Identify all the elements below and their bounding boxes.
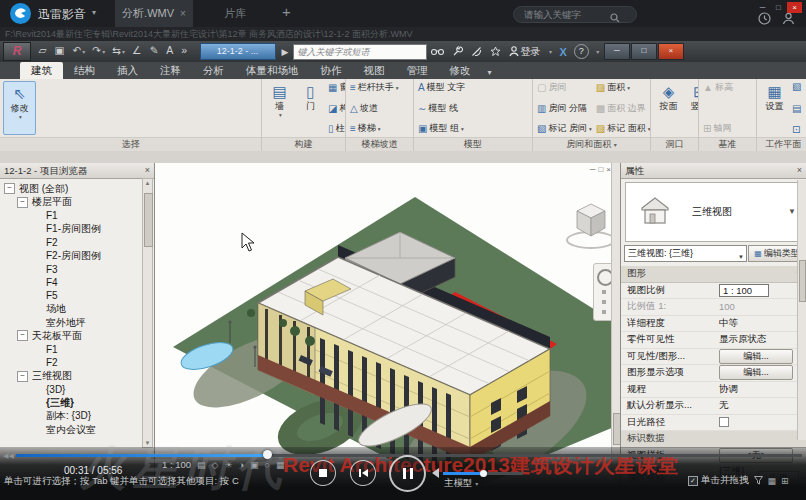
tree-expander-icon[interactable]	[33, 385, 42, 394]
ribbon-panel-label[interactable]: 洞口	[651, 137, 698, 151]
binoculars-search-icon[interactable]	[431, 47, 444, 56]
tree-item[interactable]: F2-房间图例	[0, 249, 154, 262]
qat-tool-icon[interactable]: ✎	[149, 40, 159, 63]
tree-expander-icon[interactable]	[33, 291, 42, 300]
ribbon-button[interactable]: △ 坡道	[350, 102, 399, 115]
filter-icon[interactable]	[754, 476, 763, 485]
tree-item[interactable]: {3D}	[0, 383, 154, 396]
qat-tool-icon[interactable]: ▣	[55, 40, 66, 63]
ribbon-tab[interactable]: 修改	[439, 62, 482, 79]
revit-close-button[interactable]: ×	[658, 43, 684, 60]
tree-item[interactable]: 场地	[0, 303, 154, 316]
close-icon[interactable]: ×	[797, 163, 802, 178]
qat-tool-icon[interactable]: ∠	[132, 40, 142, 63]
ribbon-button[interactable]: ∼ 模型 线	[418, 102, 467, 115]
ribbon-tab[interactable]: 注释	[149, 62, 192, 79]
tree-expander-icon[interactable]	[33, 211, 42, 220]
ribbon-button[interactable]: ▢ 房间	[537, 81, 592, 94]
property-row[interactable]: 默认分析显示... 无	[621, 398, 806, 415]
signin-caret-icon[interactable]: ▾	[549, 49, 552, 55]
ribbon-panel-label[interactable]: 构建	[262, 137, 345, 151]
select-grid-icon[interactable]: ▦	[768, 476, 777, 486]
app-menu-caret-icon[interactable]: ▾	[92, 8, 96, 17]
revit-app-button[interactable]: R	[3, 42, 31, 61]
ribbon-button[interactable]: ▤ 墙 ▾	[264, 80, 295, 136]
ribbon-panel-label[interactable]: 楼梯坡道	[346, 137, 413, 151]
chevron-down-icon[interactable]: ▼	[788, 207, 796, 216]
signin-user-icon[interactable]: 登录	[509, 45, 541, 59]
tab-close-icon[interactable]: ×	[180, 8, 186, 19]
qat-tool-icon[interactable]: A	[166, 40, 174, 63]
tree-item[interactable]: F2	[0, 236, 154, 249]
tree-expander-icon[interactable]: −	[4, 183, 15, 194]
signin-label[interactable]: 登录	[521, 45, 541, 59]
tree-item[interactable]: − 天花板平面	[0, 329, 154, 342]
ribbon-button[interactable]: ▤	[792, 103, 805, 114]
ribbon-button[interactable]: ▨ 面积 ▾	[596, 81, 650, 94]
player-tab-video[interactable]: 分析.WMV×	[115, 0, 193, 27]
ribbon-panel-label[interactable]: 选择	[0, 137, 261, 151]
qat-tool-icon[interactable]: ↷▾	[92, 40, 105, 63]
close-icon[interactable]: ×	[145, 163, 150, 178]
volume-control[interactable]	[432, 468, 523, 478]
ribbon-tab[interactable]: 建筑	[20, 62, 63, 79]
tree-item[interactable]: F1	[0, 209, 154, 222]
ribbon-tab[interactable]: 协作	[310, 62, 353, 79]
tree-item[interactable]: 室外地坪	[0, 316, 154, 329]
ribbon-button[interactable]: ▨ 标记 面积 ▾	[596, 122, 650, 135]
tree-item[interactable]: F2	[0, 356, 154, 369]
project-browser-header[interactable]: 12-1-2 - 项目浏览器 ×	[0, 163, 154, 179]
ribbon-tab[interactable]: 管理	[396, 62, 439, 79]
ribbon-button[interactable]: ▥ 房间 分隔	[537, 102, 592, 115]
property-row[interactable]: 比例值 1: 100	[621, 299, 806, 316]
progress-knob[interactable]	[263, 450, 272, 459]
stop-button[interactable]	[310, 460, 336, 486]
tree-item[interactable]: F4	[0, 276, 154, 289]
tree-item[interactable]: − 三维视图	[0, 369, 154, 382]
player-tab-library[interactable]: 片库	[196, 0, 274, 27]
tree-item[interactable]: F5	[0, 289, 154, 302]
tree-expander-icon[interactable]: −	[17, 330, 28, 341]
help-icon[interactable]: ?	[574, 44, 589, 59]
tree-expander-icon[interactable]	[33, 238, 42, 247]
ribbon-panel-label[interactable]: 基准	[699, 137, 756, 151]
property-row[interactable]: 零件可见性 显示原状态	[621, 332, 806, 349]
tree-expander-icon[interactable]: −	[17, 371, 28, 382]
infocenter-search-input[interactable]: 键入关键字或短语	[293, 44, 427, 60]
ribbon-button[interactable]: ⇖ 修改 ▾	[3, 81, 36, 135]
help-caret-icon[interactable]: ▾	[596, 49, 599, 55]
player-maximize-button[interactable]: □	[771, 2, 786, 13]
new-tab-button[interactable]: +	[282, 3, 291, 20]
ribbon-tab[interactable]: 分析	[192, 62, 235, 79]
tree-expander-icon[interactable]	[33, 398, 42, 407]
qat-tool-icon[interactable]: »	[181, 40, 188, 63]
tree-expander-icon[interactable]	[33, 358, 42, 367]
player-minimize-button[interactable]: ─	[755, 2, 770, 13]
property-row[interactable]: 规程 协调	[621, 382, 806, 399]
ribbon-panel-label[interactable]: 模型	[414, 137, 532, 151]
ribbon-tab[interactable]: 结构	[63, 62, 106, 79]
tree-expander-icon[interactable]	[33, 265, 42, 274]
tree-expander-icon[interactable]	[33, 224, 42, 233]
canvas-scrollbar[interactable]	[611, 163, 620, 487]
design-option-select[interactable]: 主模型 ▾	[444, 477, 478, 490]
tree-expander-icon[interactable]	[33, 412, 42, 421]
properties-header[interactable]: 属性 ×	[621, 163, 806, 179]
ribbon-tab[interactable]: 插入	[106, 62, 149, 79]
ribbon-tab[interactable]: 视图	[353, 62, 396, 79]
modify-panel-caret-icon[interactable]: ▾	[488, 68, 492, 79]
active-view-badge[interactable]: 12-1-2 - ...	[200, 43, 276, 60]
tree-item[interactable]: − 视图 (全部)	[0, 182, 154, 195]
properties-scrollbar[interactable]	[797, 180, 806, 440]
revit-restore-button[interactable]: □	[631, 43, 657, 60]
property-row[interactable]: 标识数据 ⌃	[621, 431, 806, 448]
ribbon-button[interactable]: ▧	[792, 81, 805, 92]
exchange-apps-icon[interactable]: X	[560, 46, 567, 58]
tree-item[interactable]: F3	[0, 262, 154, 275]
ribbon-button[interactable]: ▩ 面积 边界	[596, 102, 650, 115]
ribbon-button[interactable]: ◈ 按面	[653, 80, 684, 136]
property-row[interactable]: 详细程度 中等	[621, 316, 806, 333]
rewind-icon[interactable]: ◀◀	[3, 452, 14, 460]
tree-expander-icon[interactable]	[33, 345, 42, 354]
ribbon-panel-label[interactable]: 房间和面积 ▾	[533, 137, 650, 151]
